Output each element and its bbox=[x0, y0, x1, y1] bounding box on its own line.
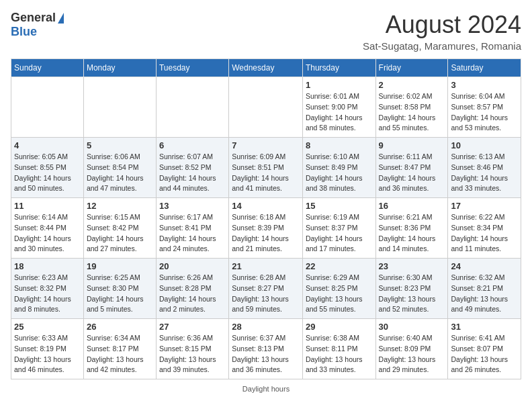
day-number: 25 bbox=[14, 322, 81, 332]
day-info: Sunrise: 6:36 AM Sunset: 8:15 PM Dayligh… bbox=[159, 333, 226, 375]
month-title: August 2024 bbox=[363, 11, 521, 39]
calendar-cell: 17Sunrise: 6:22 AM Sunset: 8:34 PM Dayli… bbox=[448, 198, 521, 259]
day-number: 8 bbox=[306, 140, 373, 150]
column-header-saturday: Saturday bbox=[448, 59, 521, 77]
calendar-cell bbox=[229, 77, 303, 138]
day-info: Sunrise: 6:13 AM Sunset: 8:46 PM Dayligh… bbox=[451, 152, 518, 194]
calendar-cell: 28Sunrise: 6:37 AM Sunset: 8:13 PM Dayli… bbox=[229, 319, 303, 379]
footer-note: Daylight hours bbox=[11, 385, 521, 393]
header: General Blue August 2024 Sat-Sugatag, Ma… bbox=[11, 11, 521, 52]
day-number: 18 bbox=[14, 261, 81, 271]
calendar-week-1: 1Sunrise: 6:01 AM Sunset: 9:00 PM Daylig… bbox=[11, 77, 521, 138]
day-info: Sunrise: 6:37 AM Sunset: 8:13 PM Dayligh… bbox=[232, 333, 300, 375]
day-number: 1 bbox=[306, 80, 373, 90]
day-number: 24 bbox=[451, 261, 518, 271]
calendar-cell: 12Sunrise: 6:15 AM Sunset: 8:42 PM Dayli… bbox=[83, 198, 156, 259]
day-info: Sunrise: 6:41 AM Sunset: 8:07 PM Dayligh… bbox=[451, 333, 518, 375]
day-info: Sunrise: 6:30 AM Sunset: 8:23 PM Dayligh… bbox=[379, 273, 445, 315]
day-number: 12 bbox=[87, 201, 153, 211]
calendar-cell: 11Sunrise: 6:14 AM Sunset: 8:44 PM Dayli… bbox=[11, 198, 84, 259]
calendar-cell: 23Sunrise: 6:30 AM Sunset: 8:23 PM Dayli… bbox=[375, 259, 448, 319]
day-info: Sunrise: 6:18 AM Sunset: 8:39 PM Dayligh… bbox=[232, 212, 300, 255]
calendar-cell: 16Sunrise: 6:21 AM Sunset: 8:36 PM Dayli… bbox=[375, 198, 448, 259]
calendar-cell: 15Sunrise: 6:19 AM Sunset: 8:37 PM Dayli… bbox=[302, 198, 375, 259]
calendar-cell: 1Sunrise: 6:01 AM Sunset: 9:00 PM Daylig… bbox=[302, 77, 375, 138]
day-number: 2 bbox=[379, 80, 445, 90]
day-info: Sunrise: 6:05 AM Sunset: 8:55 PM Dayligh… bbox=[14, 152, 81, 194]
day-info: Sunrise: 6:14 AM Sunset: 8:44 PM Dayligh… bbox=[14, 212, 81, 255]
calendar-cell: 3Sunrise: 6:04 AM Sunset: 8:57 PM Daylig… bbox=[448, 77, 521, 138]
calendar-table: SundayMondayTuesdayWednesdayThursdayFrid… bbox=[11, 58, 521, 379]
calendar-cell: 10Sunrise: 6:13 AM Sunset: 8:46 PM Dayli… bbox=[448, 138, 521, 198]
day-info: Sunrise: 6:33 AM Sunset: 8:19 PM Dayligh… bbox=[14, 333, 81, 375]
day-info: Sunrise: 6:26 AM Sunset: 8:28 PM Dayligh… bbox=[159, 273, 226, 315]
day-number: 17 bbox=[451, 201, 518, 211]
calendar-cell: 26Sunrise: 6:34 AM Sunset: 8:17 PM Dayli… bbox=[83, 319, 156, 379]
day-info: Sunrise: 6:02 AM Sunset: 8:58 PM Dayligh… bbox=[379, 91, 445, 134]
calendar-cell: 22Sunrise: 6:29 AM Sunset: 8:25 PM Dayli… bbox=[302, 259, 375, 319]
day-info: Sunrise: 6:11 AM Sunset: 8:47 PM Dayligh… bbox=[379, 152, 445, 194]
day-number: 13 bbox=[159, 201, 226, 211]
day-info: Sunrise: 6:38 AM Sunset: 8:11 PM Dayligh… bbox=[306, 333, 373, 375]
day-number: 30 bbox=[379, 322, 445, 332]
day-number: 27 bbox=[159, 322, 226, 332]
location-title: Sat-Sugatag, Maramures, Romania bbox=[363, 40, 521, 52]
column-header-tuesday: Tuesday bbox=[156, 59, 228, 77]
calendar-cell: 18Sunrise: 6:23 AM Sunset: 8:32 PM Dayli… bbox=[11, 259, 84, 319]
calendar-cell: 31Sunrise: 6:41 AM Sunset: 8:07 PM Dayli… bbox=[448, 319, 521, 379]
column-header-thursday: Thursday bbox=[302, 59, 375, 77]
calendar-cell: 7Sunrise: 6:09 AM Sunset: 8:51 PM Daylig… bbox=[229, 138, 303, 198]
day-number: 4 bbox=[14, 140, 81, 150]
day-info: Sunrise: 6:25 AM Sunset: 8:30 PM Dayligh… bbox=[87, 273, 153, 315]
calendar-week-2: 4Sunrise: 6:05 AM Sunset: 8:55 PM Daylig… bbox=[11, 138, 521, 198]
calendar-cell: 29Sunrise: 6:38 AM Sunset: 8:11 PM Dayli… bbox=[302, 319, 375, 379]
calendar-cell: 30Sunrise: 6:40 AM Sunset: 8:09 PM Dayli… bbox=[375, 319, 448, 379]
logo-triangle-icon bbox=[58, 13, 64, 24]
calendar-cell: 25Sunrise: 6:33 AM Sunset: 8:19 PM Dayli… bbox=[11, 319, 84, 379]
day-number: 6 bbox=[159, 140, 226, 150]
day-number: 16 bbox=[379, 201, 445, 211]
calendar-cell: 9Sunrise: 6:11 AM Sunset: 8:47 PM Daylig… bbox=[375, 138, 448, 198]
day-info: Sunrise: 6:15 AM Sunset: 8:42 PM Dayligh… bbox=[87, 212, 153, 255]
day-info: Sunrise: 6:01 AM Sunset: 9:00 PM Dayligh… bbox=[306, 91, 373, 134]
column-header-friday: Friday bbox=[375, 59, 448, 77]
day-number: 11 bbox=[14, 201, 81, 211]
calendar-cell: 21Sunrise: 6:28 AM Sunset: 8:27 PM Dayli… bbox=[229, 259, 303, 319]
column-header-monday: Monday bbox=[83, 59, 156, 77]
calendar-header-row: SundayMondayTuesdayWednesdayThursdayFrid… bbox=[11, 59, 521, 77]
calendar-cell: 20Sunrise: 6:26 AM Sunset: 8:28 PM Dayli… bbox=[156, 259, 228, 319]
day-number: 5 bbox=[87, 140, 153, 150]
day-info: Sunrise: 6:17 AM Sunset: 8:41 PM Dayligh… bbox=[159, 212, 226, 255]
day-number: 23 bbox=[379, 261, 445, 271]
day-number: 21 bbox=[232, 261, 300, 271]
day-number: 20 bbox=[159, 261, 226, 271]
day-info: Sunrise: 6:28 AM Sunset: 8:27 PM Dayligh… bbox=[232, 273, 300, 315]
footer-daylight-text: Daylight hours bbox=[242, 385, 290, 393]
day-info: Sunrise: 6:19 AM Sunset: 8:37 PM Dayligh… bbox=[306, 212, 373, 255]
day-info: Sunrise: 6:10 AM Sunset: 8:49 PM Dayligh… bbox=[306, 152, 373, 194]
day-number: 19 bbox=[87, 261, 153, 271]
day-number: 31 bbox=[451, 322, 518, 332]
day-info: Sunrise: 6:23 AM Sunset: 8:32 PM Dayligh… bbox=[14, 273, 81, 315]
day-number: 15 bbox=[306, 201, 373, 211]
column-header-sunday: Sunday bbox=[11, 59, 84, 77]
day-number: 14 bbox=[232, 201, 300, 211]
day-info: Sunrise: 6:07 AM Sunset: 8:52 PM Dayligh… bbox=[159, 152, 226, 194]
day-info: Sunrise: 6:40 AM Sunset: 8:09 PM Dayligh… bbox=[379, 333, 445, 375]
day-info: Sunrise: 6:29 AM Sunset: 8:25 PM Dayligh… bbox=[306, 273, 373, 315]
column-header-wednesday: Wednesday bbox=[229, 59, 303, 77]
calendar-cell: 13Sunrise: 6:17 AM Sunset: 8:41 PM Dayli… bbox=[156, 198, 228, 259]
day-info: Sunrise: 6:21 AM Sunset: 8:36 PM Dayligh… bbox=[379, 212, 445, 255]
day-info: Sunrise: 6:04 AM Sunset: 8:57 PM Dayligh… bbox=[451, 91, 518, 134]
calendar-cell: 4Sunrise: 6:05 AM Sunset: 8:55 PM Daylig… bbox=[11, 138, 84, 198]
calendar-cell bbox=[83, 77, 156, 138]
calendar-cell bbox=[156, 77, 228, 138]
calendar-cell: 2Sunrise: 6:02 AM Sunset: 8:58 PM Daylig… bbox=[375, 77, 448, 138]
day-info: Sunrise: 6:32 AM Sunset: 8:21 PM Dayligh… bbox=[451, 273, 518, 315]
day-number: 10 bbox=[451, 140, 518, 150]
day-info: Sunrise: 6:22 AM Sunset: 8:34 PM Dayligh… bbox=[451, 212, 518, 255]
calendar-cell: 8Sunrise: 6:10 AM Sunset: 8:49 PM Daylig… bbox=[302, 138, 375, 198]
calendar-week-4: 18Sunrise: 6:23 AM Sunset: 8:32 PM Dayli… bbox=[11, 259, 521, 319]
day-info: Sunrise: 6:09 AM Sunset: 8:51 PM Dayligh… bbox=[232, 152, 300, 194]
calendar-cell: 14Sunrise: 6:18 AM Sunset: 8:39 PM Dayli… bbox=[229, 198, 303, 259]
